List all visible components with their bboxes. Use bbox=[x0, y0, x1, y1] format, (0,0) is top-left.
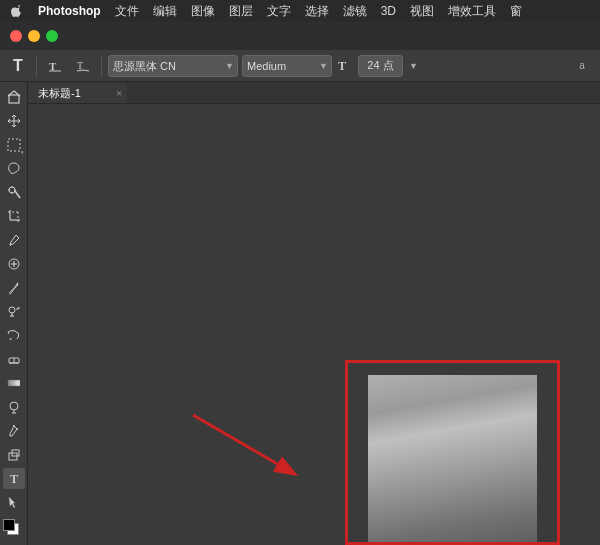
warp-text-icon[interactable]: T bbox=[71, 54, 95, 78]
pen-tool-btn[interactable] bbox=[3, 420, 25, 442]
svg-line-7 bbox=[15, 191, 20, 198]
crop-tool-btn[interactable] bbox=[3, 205, 25, 227]
apple-logo[interactable] bbox=[8, 3, 24, 19]
menu-bar: Photoshop 文件 编辑 图像 图层 文字 选择 滤镜 3D 视图 增效工… bbox=[0, 0, 600, 22]
image-thumbnail bbox=[368, 375, 537, 542]
path-selection-btn[interactable] bbox=[3, 491, 25, 513]
dodge-tool-btn[interactable] bbox=[3, 396, 25, 418]
font-style-select[interactable]: Medium bbox=[242, 55, 332, 77]
svg-point-22 bbox=[9, 307, 15, 313]
home-tool-btn[interactable] bbox=[3, 86, 25, 108]
svg-rect-4 bbox=[9, 95, 19, 103]
canvas-tab[interactable]: 未标题-1 × bbox=[28, 83, 128, 103]
shape-tool-btn[interactable] bbox=[3, 444, 25, 466]
svg-text:T: T bbox=[10, 472, 18, 485]
title-bar bbox=[0, 22, 600, 50]
font-family-select[interactable]: 思源黑体 CN bbox=[108, 55, 238, 77]
canvas-area: 未标题-1 × bbox=[28, 82, 600, 545]
history-brush-btn[interactable] bbox=[3, 324, 25, 346]
font-size-dropdown-arrow: ▼ bbox=[409, 61, 418, 71]
font-size-input[interactable] bbox=[358, 55, 403, 77]
toggle-orientation-icon[interactable]: T bbox=[43, 54, 67, 78]
menu-edit[interactable]: 编辑 bbox=[147, 1, 183, 22]
menu-layer[interactable]: 图层 bbox=[223, 1, 259, 22]
font-style-wrapper: Medium ▼ bbox=[242, 55, 332, 77]
svg-line-40 bbox=[193, 415, 293, 473]
svg-line-26 bbox=[8, 332, 9, 334]
maximize-button[interactable] bbox=[46, 30, 58, 42]
menu-plugins[interactable]: 增效工具 bbox=[442, 1, 502, 22]
type-tool-btn[interactable]: T bbox=[3, 468, 25, 490]
separator-1 bbox=[36, 56, 37, 76]
lasso-tool-btn[interactable] bbox=[3, 158, 25, 180]
svg-line-6 bbox=[11, 173, 12, 174]
font-family-wrapper: 思源黑体 CN ▼ bbox=[108, 55, 238, 77]
tab-bar: 未标题-1 × bbox=[28, 82, 600, 104]
menu-image[interactable]: 图像 bbox=[185, 1, 221, 22]
menu-photoshop[interactable]: Photoshop bbox=[32, 2, 107, 20]
menu-type[interactable]: 文字 bbox=[261, 1, 297, 22]
options-toolbar: T T T 思源黑体 CN ▼ Medium ▼ T ▼ a bbox=[0, 50, 600, 82]
heal-tool-btn[interactable] bbox=[3, 253, 25, 275]
eraser-tool-btn[interactable] bbox=[3, 348, 25, 370]
red-border-box bbox=[345, 360, 560, 545]
main-area: ▾ bbox=[0, 82, 600, 545]
svg-text:T: T bbox=[49, 60, 57, 72]
svg-point-31 bbox=[10, 402, 18, 410]
move-tool-btn[interactable] bbox=[3, 110, 25, 132]
menu-3d[interactable]: 3D bbox=[375, 2, 402, 20]
magic-wand-btn[interactable] bbox=[3, 181, 25, 203]
svg-text:T: T bbox=[77, 60, 83, 71]
tab-close-button[interactable]: × bbox=[116, 88, 122, 99]
gradient-tool-btn[interactable] bbox=[3, 372, 25, 394]
tab-label: 未标题-1 bbox=[38, 86, 81, 101]
svg-line-21 bbox=[17, 283, 18, 284]
svg-text:T: T bbox=[338, 59, 346, 73]
separator-2 bbox=[101, 56, 102, 76]
menu-window[interactable]: 窗 bbox=[504, 1, 528, 22]
brush-tool-btn[interactable] bbox=[3, 277, 25, 299]
menu-select[interactable]: 选择 bbox=[299, 1, 335, 22]
svg-point-34 bbox=[13, 425, 15, 427]
font-size-icon: T bbox=[336, 54, 354, 78]
menu-filter[interactable]: 滤镜 bbox=[337, 1, 373, 22]
color-swatch[interactable] bbox=[3, 519, 25, 541]
text-tool-icon[interactable]: T bbox=[6, 54, 30, 78]
menu-view[interactable]: 视图 bbox=[404, 1, 440, 22]
left-toolbar: ▾ bbox=[0, 82, 28, 545]
close-button[interactable] bbox=[10, 30, 22, 42]
menu-file[interactable]: 文件 bbox=[109, 1, 145, 22]
arrow-indicator bbox=[183, 405, 313, 485]
minimize-button[interactable] bbox=[28, 30, 40, 42]
marquee-tool-btn[interactable]: ▾ bbox=[3, 134, 25, 156]
stamp-tool-btn[interactable] bbox=[3, 301, 25, 323]
svg-point-17 bbox=[9, 243, 11, 245]
eyedropper-tool-btn[interactable] bbox=[3, 229, 25, 251]
svg-rect-5 bbox=[8, 139, 20, 151]
svg-rect-30 bbox=[8, 380, 20, 386]
3d-toggle-icon[interactable]: a bbox=[570, 54, 594, 78]
canvas-content bbox=[28, 104, 600, 545]
svg-point-35 bbox=[16, 428, 18, 430]
